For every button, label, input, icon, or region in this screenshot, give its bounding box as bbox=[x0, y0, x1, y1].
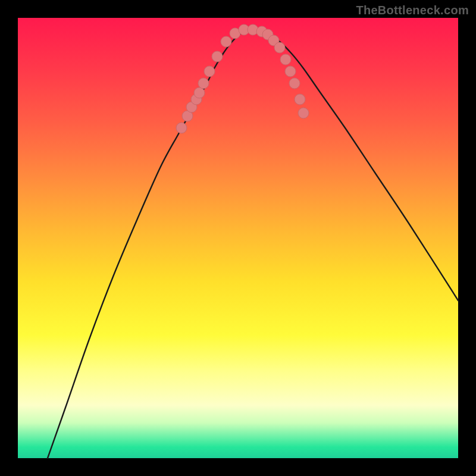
marker-dot bbox=[194, 87, 205, 98]
marker-dot bbox=[212, 51, 223, 62]
marker-dot bbox=[285, 66, 296, 77]
marker-dot bbox=[274, 42, 285, 53]
chart-frame: TheBottleneck.com bbox=[0, 0, 476, 476]
marker-dot bbox=[289, 78, 300, 89]
plot-area bbox=[18, 18, 458, 458]
curve-svg bbox=[18, 18, 458, 458]
watermark-text: TheBottleneck.com bbox=[356, 4, 469, 17]
marker-dot bbox=[221, 36, 231, 47]
marker-group bbox=[176, 24, 309, 133]
marker-dot bbox=[198, 78, 209, 89]
marker-dot bbox=[295, 94, 305, 105]
marker-dot bbox=[280, 54, 291, 65]
marker-dot bbox=[298, 108, 309, 118]
marker-dot bbox=[204, 66, 215, 77]
marker-dot bbox=[176, 123, 187, 133]
bottleneck-curve bbox=[48, 29, 458, 458]
